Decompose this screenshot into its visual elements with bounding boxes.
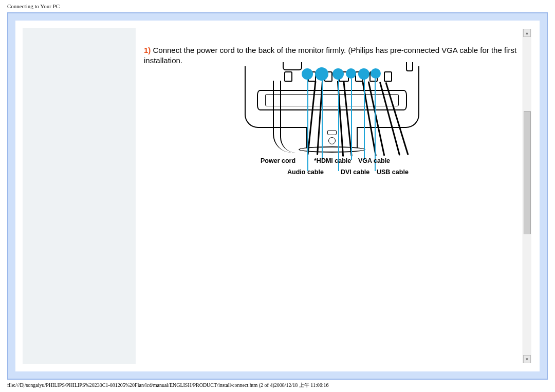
- power-cord-label: Power cord: [261, 157, 295, 165]
- guide-line: [307, 79, 308, 171]
- document-frame: 1) Connect the power cord to the back of…: [7, 12, 548, 380]
- usb-cable-label: USB cable: [377, 168, 409, 177]
- cable-plug: [384, 71, 392, 82]
- stand-button: [327, 130, 337, 135]
- callout-circle: [332, 68, 344, 80]
- main-content: 1) Connect the power cord to the back of…: [136, 28, 532, 364]
- page-border: 1) Connect the power cord to the back of…: [8, 13, 547, 379]
- power-plug: [284, 71, 292, 82]
- vertical-scrollbar[interactable]: ▲ ▼: [523, 29, 531, 363]
- guide-line: [322, 79, 323, 160]
- guide-line: [364, 79, 365, 160]
- page-title: Connecting to Your PC: [0, 0, 555, 12]
- audio-cable-label: Audio cable: [287, 168, 324, 177]
- file-path-footer: file:///D|/songaiyu/PHILIPS/PHILIPS%2023…: [7, 382, 329, 389]
- hdmi-cable-label: *HDMI cable: [314, 157, 351, 165]
- callout-circle: [371, 68, 381, 79]
- callout-circle: [358, 68, 369, 80]
- dvi-cable-label: DVI cable: [341, 168, 369, 177]
- stand-release: [328, 137, 336, 144]
- content-area: 1) Connect the power cord to the back of…: [23, 28, 532, 364]
- sidebar: [23, 28, 136, 364]
- scroll-up-button[interactable]: ▲: [523, 29, 531, 37]
- step-number: 1): [144, 46, 151, 54]
- instruction-text: Connect the power cord to the back of th…: [144, 46, 516, 65]
- monitor-connection-diagram: ▭ ◦: [242, 69, 422, 177]
- vga-cable-label: VGA cable: [358, 157, 390, 165]
- scroll-down-button[interactable]: ▼: [523, 355, 531, 363]
- power-cable-line: [280, 81, 295, 153]
- diagram-container: ▭ ◦: [144, 69, 520, 177]
- guide-line: [351, 79, 352, 160]
- callout-circle: [346, 68, 356, 79]
- callout-circle: [302, 68, 313, 80]
- instruction-paragraph: 1) Connect the power cord to the back of…: [144, 45, 520, 66]
- scrollbar-thumb[interactable]: [524, 111, 531, 234]
